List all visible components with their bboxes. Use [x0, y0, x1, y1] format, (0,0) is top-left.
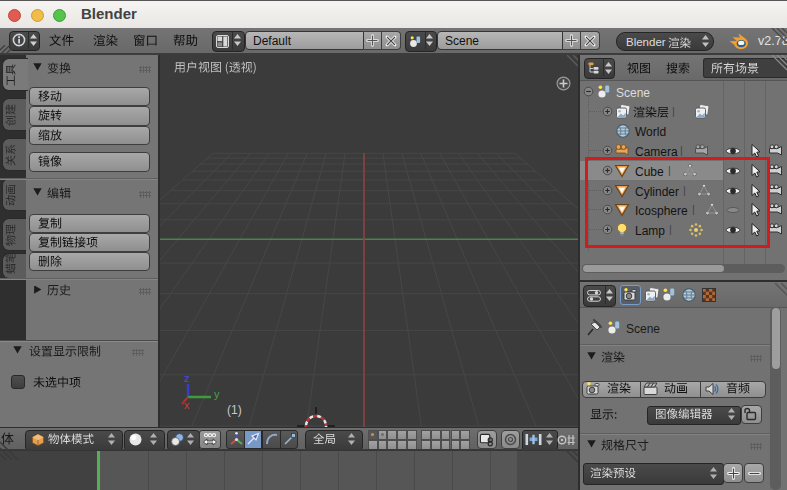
svg-text:z: z — [184, 372, 190, 384]
svg-text:y: y — [214, 388, 220, 400]
svg-text:x: x — [184, 399, 190, 411]
